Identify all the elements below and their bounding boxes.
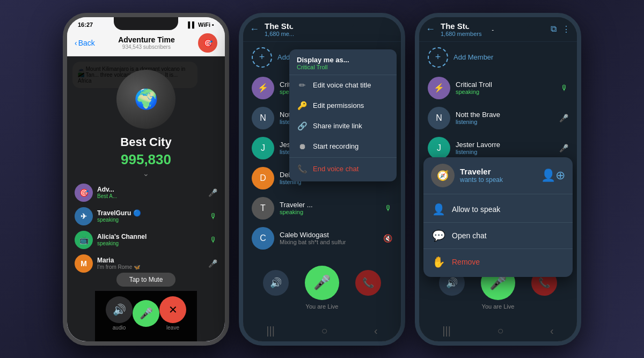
nav-bar-3: ||| ○ ‹ — [419, 320, 577, 341]
voice-item-status: speaking — [97, 217, 206, 223]
member-avatar: D — [252, 167, 274, 189]
tg-member: C Caleb Widogast Mixing bat sh*t and sul… — [243, 223, 401, 253]
dropdown-sub-2: Critical Troll — [297, 64, 389, 70]
screen-share-icon[interactable]: ⧉ — [551, 24, 557, 34]
add-member-icon-3: + — [428, 47, 448, 68]
add-member-icon-2: + — [252, 47, 272, 68]
open-chat-button[interactable]: 💬 Open chat — [423, 222, 573, 249]
voice-avatar: M — [75, 254, 93, 273]
popup-name-info: Traveler wants to speak — [460, 167, 503, 184]
mic-icon: 🎙 — [210, 212, 217, 221]
channel-sub-1: 934,543 subscribers — [95, 44, 198, 50]
tg-member: N Nott the Brave listening 🎤 — [419, 103, 577, 133]
chat-icon: 💬 — [432, 229, 445, 242]
nav-menu-icon: ||| — [266, 325, 275, 337]
nav-back-icon: ‹ — [374, 325, 378, 337]
tg-header-actions-3: ⧉ ⋮ — [551, 24, 570, 34]
mic-icon: 🎤 — [208, 188, 217, 197]
edit-icon: ✏ — [297, 81, 308, 90]
voice-chevron-1[interactable]: ⌄ — [143, 169, 149, 178]
channel-avatar-1: 🎯 — [198, 33, 217, 53]
popup-name-3: Traveler — [460, 167, 503, 176]
dropdown-item-edit-perms[interactable]: 🔑 Edit permissions — [289, 96, 397, 116]
popup-actions-3: 👤 Allow to speak 💬 Open chat ✋ Remove — [423, 194, 573, 277]
dropdown-item-start-recording[interactable]: ⏺ Start recording — [289, 136, 397, 156]
voice-item-info: Alicia's Channel speaking — [97, 233, 206, 246]
dropdown-item-text-danger: End voice chat — [313, 165, 358, 173]
voice-item-name: TravelGuru 🔵 — [97, 209, 206, 217]
member-info: Traveler ... speaking — [280, 201, 379, 215]
member-avatar: N — [252, 107, 274, 129]
voice-item: M Maria I'm from Rome 🦋 🎤 — [67, 252, 225, 273]
dropdown-item-share-link[interactable]: 🔗 Share invite link — [289, 116, 397, 136]
voice-item: 📺 Alicia's Channel speaking 🎙 — [67, 228, 225, 252]
popup-action-icon-3: 👤⊕ — [541, 169, 565, 182]
dropdown-header-2: Display me as... Critical Troll — [289, 52, 397, 75]
remove-button[interactable]: ✋ Remove — [423, 249, 573, 275]
phones-container: 16:27 ▌▌ WiFi ▪ ‹ Back Adventure Time 93… — [0, 0, 644, 358]
more-icon[interactable]: ⋮ — [562, 24, 570, 34]
popup-card-3: 🧭 Traveler wants to speak 👤⊕ 👤 Allow to … — [423, 157, 573, 277]
close-icon: ✕ — [159, 296, 186, 323]
tap-to-mute-label[interactable]: Tap to Mute — [116, 273, 176, 287]
tg-bottom-btns-2: 🔊 🎤 📞 — [263, 266, 381, 300]
dropdown-divider — [289, 157, 397, 158]
speaker-button-2[interactable]: 🔊 — [263, 270, 289, 296]
back-button-1[interactable]: ‹ Back — [75, 39, 95, 47]
phone-2-content: ← The Sto... 1,680 me... + Add Me... ⚡ C… — [243, 17, 401, 341]
leave-button-2[interactable]: 📞 — [355, 270, 381, 296]
voice-list-1: 🎯 Adv... Best A... 🎤 ✈ TravelGuru 🔵 — [67, 178, 225, 273]
add-member-text-3: Add Member — [453, 53, 493, 61]
phone-1-content: 16:27 ▌▌ WiFi ▪ ‹ Back Adventure Time 93… — [67, 17, 225, 341]
voice-avatar: 📺 — [75, 231, 93, 249]
voice-avatar-large-1: 🌍 — [116, 70, 175, 129]
nav-bar-2: ||| ○ ‹ — [243, 320, 401, 341]
live-label-3: You are Live — [482, 303, 515, 310]
dropdown-item-end-chat[interactable]: 📞 End voice chat — [289, 159, 397, 179]
audio-icon: 🔊 — [106, 296, 133, 323]
allow-speak-text: Allow to speak — [452, 205, 500, 214]
allow-speak-icon: 👤 — [432, 203, 445, 216]
voice-item-status: speaking — [97, 240, 206, 246]
dropdown-menu-2: Display me as... Critical Troll ✏ Edit v… — [289, 49, 397, 181]
member-mic-icon: 🎤 — [559, 114, 568, 122]
voice-overlay-1: 🌍 Best City 995,830 ⌄ 🎯 Adv... Best A...… — [67, 56, 225, 341]
member-mic-icon: 🎤 — [559, 144, 568, 152]
voice-count-1: 995,830 — [121, 151, 171, 168]
member-info: Nott the Brave listening — [456, 111, 554, 125]
tg-member: T Traveler ... speaking 🎙 — [243, 193, 401, 223]
voice-item: 🎯 Adv... Best A... 🎤 — [67, 181, 225, 204]
voice-item: ✈ TravelGuru 🔵 speaking 🎙 — [67, 204, 225, 228]
chevron-left-icon-1: ‹ — [75, 39, 77, 47]
voice-title-1: Best City — [120, 135, 171, 149]
audio-label: audio — [113, 325, 126, 331]
voice-avatar: 🎯 — [75, 184, 93, 202]
voice-avatar: ✈ — [75, 207, 93, 225]
mic-icon: 🎤 — [133, 300, 159, 327]
leave-button[interactable]: ✕ leave — [159, 296, 186, 331]
nav-home-icon: ○ — [497, 325, 503, 337]
phone-notch-1 — [114, 17, 178, 30]
nav-menu-icon: ||| — [442, 325, 451, 337]
voice-item-info: Maria I'm from Rome 🦋 — [97, 257, 204, 270]
dropdown-item-text: Start recording — [313, 142, 358, 150]
mic-button-2[interactable]: 🎤 — [305, 266, 339, 300]
phone-2: ← The Sto... 1,680 me... + Add Me... ⚡ C… — [239, 13, 405, 346]
open-chat-text: Open chat — [452, 231, 487, 240]
member-sub: Mixing bat sh*t and sulfur — [280, 239, 378, 245]
mic-button[interactable]: 🎤 — [133, 300, 159, 327]
allow-to-speak-button[interactable]: 👤 Allow to speak — [423, 196, 573, 222]
add-member-3[interactable]: + Add Member — [419, 42, 577, 73]
audio-button[interactable]: 🔊 audio — [106, 296, 133, 331]
tg-header-sub-3: 1,680 members — [441, 31, 545, 37]
record-icon: ⏺ — [297, 142, 308, 151]
phone-icon: 📞 — [297, 164, 308, 174]
time-1: 16:27 — [78, 21, 93, 28]
popup-header-3: 🧭 Traveler wants to speak 👤⊕ — [423, 157, 573, 194]
voice-item-name: Adv... — [97, 186, 204, 193]
dropdown-item-edit-title[interactable]: ✏ Edit voice chat title — [289, 75, 397, 96]
back-arrow-icon-3[interactable]: ← — [426, 24, 435, 35]
member-name: Critical Troll — [456, 81, 555, 89]
back-arrow-icon-2[interactable]: ← — [250, 24, 259, 35]
remove-text: Remove — [452, 258, 480, 266]
